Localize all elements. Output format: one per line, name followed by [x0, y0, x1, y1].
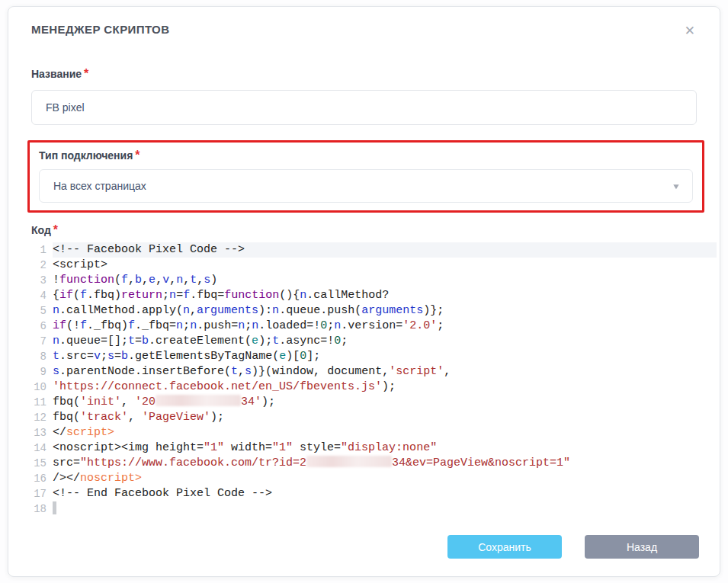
code-line: 6if(!f._fbq)f._fbq=n;n.push=n;n.loaded=!…	[31, 319, 717, 334]
code-label-row: Код*	[31, 223, 697, 237]
code-line: 7n.queue=[];t=b.createElement(e);t.async…	[31, 334, 717, 349]
code-line: 8t.src=v;s=b.getElementsByTagName(e)[0];	[31, 349, 717, 364]
code-line-content: {if(f.fbq)return;n=f.fbq=function(){n.ca…	[53, 288, 717, 303]
code-line: 13</script>	[31, 425, 717, 440]
required-asterisk: *	[84, 67, 88, 80]
redacted-pixel-id	[156, 395, 241, 406]
script-manager-modal: МЕНЕДЖЕР СКРИПТОВ ✕ Название* Тип подклю…	[8, 6, 720, 577]
code-line-content: <!-- End Facebook Pixel Code -->	[53, 486, 717, 501]
chevron-down-icon: ▼	[672, 182, 681, 191]
name-input[interactable]	[31, 90, 697, 125]
line-number: 6	[31, 319, 53, 334]
required-asterisk: *	[53, 223, 58, 236]
modal-title: МЕНЕДЖЕР СКРИПТОВ	[31, 23, 169, 36]
code-line-content: !function(f,b,e,v,n,t,s)	[53, 273, 717, 288]
code-line-content: fbq('track', 'PageView');	[53, 410, 717, 425]
line-number: 9	[31, 364, 53, 380]
line-number: 10	[31, 380, 53, 395]
code-line-content: <noscript><img height="1" width="1" styl…	[53, 440, 717, 456]
code-line-content: 'https://connect.facebook.net/en_US/fbev…	[53, 380, 717, 395]
code-line-content: fbq('init', '2034');	[53, 395, 717, 410]
code-line: 16/></noscript>	[31, 471, 717, 486]
code-line: 2<script>	[31, 258, 717, 273]
code-line-content: /></noscript>	[53, 471, 717, 486]
text-cursor	[53, 501, 56, 514]
line-number: 16	[31, 471, 53, 486]
line-number: 15	[31, 456, 53, 471]
line-number: 13	[31, 425, 53, 440]
name-label: Название	[31, 68, 82, 80]
close-icon[interactable]: ✕	[681, 23, 698, 39]
code-line: 15src="https://www.facebook.com/tr?id=23…	[31, 456, 717, 471]
code-line-content	[53, 501, 717, 517]
code-line-content: </script>	[53, 425, 717, 440]
annotation-highlight-box: Тип подключения* На всех страницах ▼	[27, 140, 704, 213]
code-line: 14<noscript><img height="1" width="1" st…	[31, 440, 717, 456]
code-line-content: n.callMethod.apply(n,arguments):n.queue.…	[53, 303, 717, 319]
connection-type-select[interactable]: На всех страницах ▼	[39, 169, 693, 203]
code-line: 4{if(f.fbq)return;n=f.fbq=function(){n.c…	[31, 288, 717, 303]
line-number: 1	[31, 242, 53, 258]
line-number: 3	[31, 273, 53, 288]
modal-header: МЕНЕДЖЕР СКРИПТОВ ✕	[8, 7, 720, 39]
code-line: 1<!-- Facebook Pixel Code -->	[31, 242, 717, 258]
line-number: 2	[31, 258, 53, 273]
line-number: 17	[31, 486, 53, 501]
connection-type-label: Тип подключения	[39, 149, 133, 162]
code-line: 3!function(f,b,e,v,n,t,s)	[31, 273, 717, 288]
line-number: 5	[31, 303, 53, 319]
code-line-content: if(!f._fbq)f._fbq=n;n.push=n;n.loaded=!0…	[53, 319, 717, 334]
connection-type-label-row: Тип подключения*	[39, 149, 693, 162]
modal-footer: Сохранить Назад	[8, 535, 720, 576]
code-line: 10'https://connect.facebook.net/en_US/fb…	[31, 380, 717, 395]
back-button[interactable]: Назад	[585, 535, 699, 559]
code-line-content: t.src=v;s=b.getElementsByTagName(e)[0];	[53, 349, 717, 364]
code-line: 18	[31, 501, 717, 517]
code-editor[interactable]: 1<!-- Facebook Pixel Code -->2<script>3!…	[31, 242, 717, 535]
code-line-content: <script>	[53, 258, 717, 273]
code-line-content: src="https://www.facebook.com/tr?id=234&…	[53, 456, 717, 471]
required-asterisk: *	[135, 149, 140, 162]
line-number: 4	[31, 288, 53, 303]
line-number: 8	[31, 349, 53, 364]
code-label: Код	[31, 224, 51, 236]
code-line: 17<!-- End Facebook Pixel Code -->	[31, 486, 717, 501]
code-line: 11fbq('init', '2034');	[31, 395, 717, 410]
line-number: 12	[31, 410, 53, 425]
line-number: 11	[31, 395, 53, 410]
line-number: 7	[31, 334, 53, 349]
code-line: 5n.callMethod.apply(n,arguments):n.queue…	[31, 303, 717, 319]
code-line: 12fbq('track', 'PageView');	[31, 410, 717, 425]
save-button[interactable]: Сохранить	[447, 535, 562, 559]
connection-type-value: На всех страницах	[53, 180, 146, 192]
line-number: 18	[31, 501, 53, 517]
code-line-content: n.queue=[];t=b.createElement(e);t.async=…	[53, 334, 717, 349]
line-number: 14	[31, 440, 53, 456]
code-line: 9s.parentNode.insertBefore(t,s)}(window,…	[31, 364, 717, 380]
code-line-content: s.parentNode.insertBefore(t,s)}(window, …	[53, 364, 717, 380]
code-line-content: <!-- Facebook Pixel Code -->	[53, 242, 717, 258]
name-field-group: Название*	[31, 67, 697, 125]
redacted-pixel-id	[306, 456, 392, 467]
name-label-row: Название*	[31, 67, 697, 81]
